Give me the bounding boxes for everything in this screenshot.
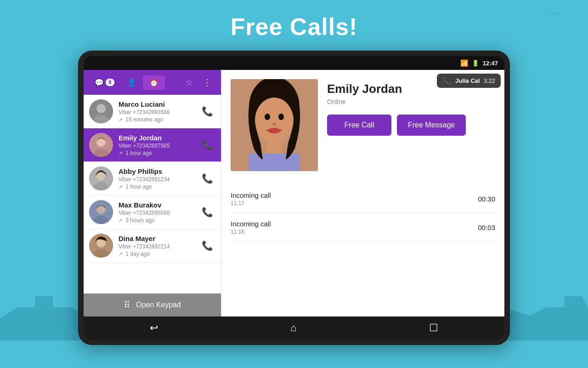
svg-point-1: [96, 104, 106, 113]
svg-point-18: [255, 98, 294, 144]
arrow-emily: ↗: [119, 150, 123, 156]
call-icon-marco: 📞: [202, 106, 213, 117]
contact-time-emily: ↗ 1 hour ago: [119, 150, 199, 156]
avatar-abby: [89, 167, 113, 190]
svg-point-9: [96, 176, 98, 178]
call-type-0: Incoming call: [231, 191, 271, 199]
contact-number-emily: Viber +72342897985: [119, 143, 199, 149]
contact-name-marco: Marco Luciani: [119, 100, 199, 108]
contact-list: Marco Luciani Viber +72342893568 ↗ 15 mi…: [84, 95, 221, 293]
contact-item-dina[interactable]: Dina Mayer Viber +72342892214 ↗ 1 day ag…: [84, 229, 221, 263]
contact-number-marco: Viber +72342893568: [119, 109, 199, 115]
home-button[interactable]: ⌂: [277, 318, 310, 338]
free-call-button[interactable]: Free Call: [327, 115, 391, 136]
call-record-1: Incoming call 11:16 00:03: [231, 213, 495, 242]
status-time: 12:47: [483, 60, 498, 67]
right-panel: 📞 Julia Cal 3:22: [221, 70, 504, 316]
contact-number-dina: Viber +72342892214: [119, 243, 199, 250]
free-message-button[interactable]: Free Message: [397, 115, 466, 136]
app-area: 💬 8 👤 ⏰ ☆ ⋮: [84, 70, 504, 316]
avatar-emily: [89, 133, 113, 157]
notif-name: Julia Cal: [455, 77, 480, 84]
contact-name-emily: Emily Jordan: [119, 134, 199, 142]
nav-star[interactable]: ☆: [181, 74, 198, 91]
chats-icon: 💬: [95, 78, 104, 87]
svg-point-11: [96, 205, 106, 214]
arrow-max: ↙: [119, 218, 123, 224]
contact-info-max: Max Burakov Viber +72342895568 ↙ 3 hours…: [119, 201, 199, 224]
chats-badge: 8: [106, 79, 114, 86]
call-btn-max[interactable]: 📞: [199, 204, 215, 220]
nav-bar: 💬 8 👤 ⏰ ☆ ⋮: [84, 70, 221, 95]
svg-point-22: [268, 128, 281, 133]
tablet-frame: 📶 🔋 12:47 💬 8 👤 ⏰: [78, 51, 510, 345]
contact-time-marco: ↗ 15 minutes ago: [119, 116, 199, 123]
contacts-icon: 👤: [127, 78, 136, 87]
call-record-info-1: Incoming call 11:16: [231, 220, 271, 235]
call-icon-abby: 📞: [202, 173, 213, 184]
contact-name-abby: Abby Phillips: [119, 167, 199, 175]
bottom-nav: ↩ ⌂ ☐: [84, 316, 504, 339]
arrow-marco: ↗: [119, 117, 123, 122]
call-record-0: Incoming call 11:17 00:30: [231, 185, 495, 213]
notif-time: 3:22: [484, 77, 495, 84]
keypad-grid-icon: ⠿: [124, 299, 130, 310]
avatar-dina: [89, 234, 113, 258]
arrow-abby: ↗: [119, 184, 123, 190]
svg-point-4: [96, 138, 106, 147]
contact-number-abby: Viber +72342891234: [119, 176, 199, 183]
call-record-info-0: Incoming call 11:17: [231, 191, 271, 207]
svg-point-20: [278, 114, 284, 120]
contact-info-emily: Emily Jordan Viber +72342897985 ↗ 1 hour…: [119, 134, 199, 156]
status-bar: 📶 🔋 12:47: [84, 56, 504, 70]
contact-name-dina: Dina Mayer: [119, 235, 199, 242]
birds-decoration: ~ ~: [543, 9, 560, 19]
call-icon-emily: 📞: [202, 139, 213, 150]
recents-button[interactable]: ☐: [415, 318, 452, 338]
nav-contacts[interactable]: 👤: [121, 75, 143, 90]
call-icon-max: 📞: [202, 207, 213, 218]
call-btn-dina[interactable]: 📞: [199, 237, 215, 254]
nav-more[interactable]: ⋮: [198, 74, 216, 91]
call-btn-abby[interactable]: 📞: [199, 170, 215, 187]
keypad-bar[interactable]: ⠿ Open Keypad: [84, 293, 221, 316]
nav-recent[interactable]: ⏰: [143, 75, 165, 90]
svg-rect-23: [266, 142, 282, 155]
recent-icon: ⏰: [149, 78, 158, 87]
profile-status: Online: [327, 98, 495, 105]
call-history: Incoming call 11:17 00:30 Incoming call …: [221, 176, 504, 242]
page-title: Free Calls!: [0, 0, 588, 50]
contact-item-abby[interactable]: Abby Phillips Viber +72342891234 ↗ 1 hou…: [84, 162, 221, 196]
nav-chats[interactable]: 💬 8: [88, 75, 121, 90]
contact-info-marco: Marco Luciani Viber +72342893568 ↗ 15 mi…: [119, 100, 199, 123]
call-duration-1: 00:03: [478, 224, 495, 231]
back-button[interactable]: ↩: [136, 318, 172, 338]
wifi-icon: 📶: [460, 59, 468, 67]
contact-item-emily[interactable]: Emily Jordan Viber +72342897985 ↗ 1 hour…: [84, 128, 221, 162]
svg-point-21: [272, 123, 277, 126]
call-time-1: 11:16: [231, 229, 271, 235]
left-panel: 💬 8 👤 ⏰ ☆ ⋮: [84, 70, 221, 316]
contact-item-max[interactable]: Max Burakov Viber +72342895568 ↙ 3 hours…: [84, 196, 221, 229]
avatar-max: [89, 200, 113, 224]
contact-time-dina: ↗ 1 day ago: [119, 251, 199, 257]
call-icon-dina: 📞: [202, 240, 213, 251]
notification-pill[interactable]: 📞 Julia Cal 3:22: [437, 74, 501, 88]
call-duration-0: 00:30: [478, 195, 495, 203]
avatar-marco: [89, 99, 113, 123]
contact-number-max: Viber +72342895568: [119, 210, 199, 216]
keypad-label: Open Keypad: [136, 301, 181, 309]
call-btn-emily[interactable]: 📞: [199, 137, 215, 153]
contact-name-max: Max Burakov: [119, 201, 199, 209]
call-type-1: Incoming call: [231, 220, 271, 228]
call-btn-marco[interactable]: 📞: [199, 103, 215, 120]
contact-item-marco[interactable]: Marco Luciani Viber +72342893568 ↗ 15 mi…: [84, 95, 221, 128]
contact-info-abby: Abby Phillips Viber +72342891234 ↗ 1 hou…: [119, 167, 199, 190]
notif-phone-icon: 📞: [442, 76, 452, 85]
tablet-screen: 📶 🔋 12:47 💬 8 👤 ⏰: [84, 56, 504, 339]
profile-photo: [231, 79, 318, 171]
action-buttons: Free Call Free Message: [327, 115, 495, 136]
arrow-dina: ↗: [119, 251, 123, 257]
contact-time-abby: ↗ 1 hour ago: [119, 184, 199, 190]
battery-icon: 🔋: [472, 60, 479, 67]
